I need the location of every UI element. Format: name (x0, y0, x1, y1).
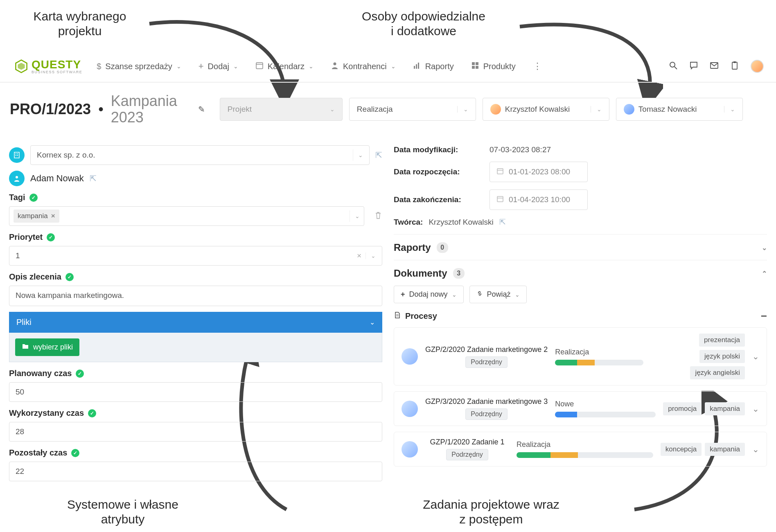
end-date-input[interactable]: 01-04-2023 10:00 (490, 189, 588, 210)
tags-label: Tagi✓ (9, 193, 382, 202)
chevron-down-icon[interactable]: ⌄ (752, 352, 759, 361)
svg-point-2 (333, 62, 336, 65)
files-header[interactable]: Pliki⌄ (9, 312, 382, 333)
reports-section-header[interactable]: Raporty0⌄ (394, 242, 767, 253)
chat-icon[interactable] (689, 61, 698, 72)
files-body: wybierz pliki (9, 333, 382, 362)
collapse-icon[interactable]: − (761, 310, 767, 322)
annotation-top-right: Osoby odpowiedzialne i dodatkowe (336, 9, 512, 38)
top-navbar: QUESTYBUSINESS SOFTWARE $Szanse sprzedaż… (0, 51, 776, 83)
svg-rect-4 (416, 64, 417, 69)
svg-rect-15 (14, 152, 19, 158)
chevron-down-icon: ⌄ (724, 106, 735, 113)
svg-rect-8 (472, 66, 475, 69)
tags-input[interactable]: kampania× ⌄ (9, 206, 364, 226)
svg-rect-6 (472, 62, 475, 65)
chevron-down-icon[interactable]: ⌄ (752, 404, 759, 414)
clear-icon[interactable]: × (357, 251, 361, 260)
nav-reports[interactable]: Raporty (413, 61, 454, 72)
svg-line-11 (674, 67, 677, 69)
search-icon[interactable] (669, 61, 678, 72)
project-header: PRO/1/2023 • Kampania 2023 ✎ Projekt⌄ Re… (0, 90, 776, 128)
dollar-icon: $ (97, 62, 101, 71)
check-icon: ✓ (71, 449, 79, 457)
contact-name: Adam Nowak (30, 173, 84, 184)
project-status-select[interactable]: Realizacja⌄ (349, 98, 476, 121)
document-icon (394, 311, 401, 321)
svg-rect-5 (418, 63, 419, 69)
nav-sales[interactable]: $Szanse sprzedaży⌄ (97, 62, 181, 71)
chevron-down-icon: ⌄ (233, 63, 238, 70)
svg-rect-0 (256, 63, 263, 69)
check-icon: ✓ (76, 370, 84, 378)
used-time-input[interactable]: 28 (9, 422, 382, 442)
choose-files-button[interactable]: wybierz pliki (15, 338, 79, 356)
logo-subtext: BUSINESS SOFTWARE (32, 70, 82, 74)
plus-icon: + (401, 290, 405, 299)
description-textarea[interactable]: Nowa kampania marketingowa. (9, 286, 382, 306)
external-link-icon[interactable]: ⇱ (499, 217, 506, 227)
nav-products[interactable]: Produkty (471, 61, 516, 72)
tag-chip[interactable]: kampania× (14, 210, 59, 223)
svg-rect-13 (732, 62, 737, 69)
progress-bar (517, 452, 653, 458)
annotation-bottom-right: Zadania projektowe wraz z postępem (395, 497, 587, 527)
project-extra-person-select[interactable]: Tomasz Nowacki⌄ (616, 98, 743, 121)
nav-add[interactable]: +Dodaj⌄ (199, 61, 238, 72)
external-link-icon[interactable]: ⇱ (375, 150, 382, 160)
chevron-down-icon: ⌄ (515, 291, 520, 298)
process-name: GZP/3/2020 Zadanie marketingowe 3 (425, 397, 548, 406)
company-select[interactable]: Kornex sp. z o.o.⌄ (30, 145, 370, 165)
remaining-time-input[interactable]: 22 (9, 462, 382, 481)
modified-label: Data modyfikacji: (394, 145, 484, 154)
process-status: Realizacja (517, 440, 653, 449)
building-icon (9, 147, 25, 163)
nav-more[interactable]: ⋮ (533, 61, 541, 72)
progress-bar (555, 412, 656, 417)
trash-icon[interactable] (374, 211, 382, 221)
add-new-button[interactable]: +Dodaj nowy⌄ (394, 286, 464, 303)
chevron-down-icon[interactable]: ⌄ (752, 444, 759, 454)
chevron-down-icon: ⌄ (762, 244, 767, 252)
start-date-label: Data rozpoczęcia: (394, 167, 484, 176)
svg-rect-18 (16, 155, 16, 156)
creator-label: Twórca: (394, 218, 423, 227)
planned-time-input[interactable]: 50 (9, 382, 382, 402)
calendar-icon (496, 195, 504, 205)
project-owner-select[interactable]: Krzysztof Kowalski⌄ (483, 98, 609, 121)
svg-point-20 (16, 176, 18, 178)
link-button[interactable]: Powiąż⌄ (469, 286, 527, 303)
logo[interactable]: QUESTYBUSINESS SOFTWARE (14, 59, 82, 74)
check-icon: ✓ (88, 409, 96, 417)
chevron-down-icon: ⌄ (176, 63, 181, 70)
project-type-select[interactable]: Projekt⌄ (220, 98, 343, 121)
nav-contractors[interactable]: Kontrahenci⌄ (331, 61, 396, 72)
mail-icon[interactable] (710, 61, 719, 72)
logo-text: QUESTY (32, 59, 82, 70)
nav-calendar[interactable]: Kalendarz⌄ (255, 61, 314, 72)
process-tag: język polski (699, 350, 745, 363)
process-item[interactable]: GZP/2/2020 Zadanie marketingowe 2 Podrzę… (394, 327, 767, 385)
remaining-time-label: Pozostały czas✓ (9, 448, 382, 458)
svg-rect-19 (17, 155, 18, 156)
process-name: GZP/1/2020 Zadanie 1 (425, 438, 509, 446)
link-icon (476, 290, 483, 299)
priority-select[interactable]: 1×⌄ (9, 246, 382, 266)
chevron-down-icon: ⌄ (309, 63, 314, 70)
avatar-icon (402, 401, 418, 417)
external-link-icon[interactable]: ⇱ (90, 174, 97, 183)
edit-icon[interactable]: ✎ (198, 104, 205, 114)
start-date-input[interactable]: 01-01-2023 08:00 (490, 162, 588, 182)
process-item[interactable]: GZP/3/2020 Zadanie marketingowe 3 Podrzę… (394, 391, 767, 426)
processes-header[interactable]: Procesy− (394, 310, 767, 322)
process-item[interactable]: GZP/1/2020 Zadanie 1 Podrzędny Realizacj… (394, 432, 767, 467)
user-avatar[interactable] (751, 60, 764, 73)
documents-section-header[interactable]: Dokumenty3⌃ (394, 268, 767, 279)
modified-value: 07-03-2023 08:27 (490, 145, 551, 154)
avatar-icon (402, 441, 418, 458)
subordinate-pill: Podrzędny (446, 449, 488, 460)
avatar-icon (402, 348, 418, 365)
check-icon: ✓ (65, 273, 74, 281)
clipboard-icon[interactable] (730, 61, 739, 72)
remove-tag-icon[interactable]: × (51, 212, 55, 220)
